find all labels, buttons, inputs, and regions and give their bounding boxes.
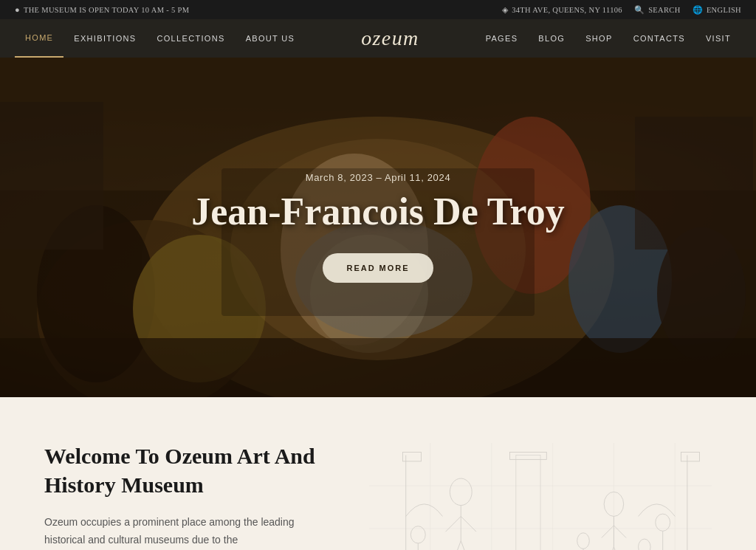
svg-point-49: [577, 533, 590, 549]
svg-line-32: [452, 541, 461, 550]
svg-line-39: [614, 547, 622, 550]
nav-item-pages[interactable]: PAGES: [475, 19, 529, 58]
svg-line-33: [461, 541, 470, 550]
nav-item-visit[interactable]: VISIT: [695, 19, 741, 58]
nav-item-contacts[interactable]: CONTACTS: [623, 19, 695, 58]
main-nav: HOME EXHIBITIONS COLLECTIONS ABOUT US oz…: [0, 19, 756, 58]
hero-title: Jean-Francois De Troy: [191, 190, 565, 233]
address-text: 34TH AVE, QUEENS, NY 11106: [512, 6, 622, 14]
top-bar: ● THE MUSEUM IS OPEN TODAY 10 AM - 5 PM …: [0, 0, 756, 19]
hero-section: March 8, 2023 – April 11, 2024 Jean-Fran…: [0, 58, 756, 397]
globe-icon: 🌐: [693, 5, 703, 15]
location-icon: ◈: [502, 5, 508, 15]
top-bar-right: ◈ 34TH AVE, QUEENS, NY 11106 🔍 SEARCH 🌐 …: [502, 5, 741, 15]
svg-rect-47: [403, 452, 422, 461]
hero-content: March 8, 2023 – April 11, 2024 Jean-Fran…: [191, 172, 565, 283]
svg-rect-48: [681, 452, 700, 461]
nav-item-collections[interactable]: COLLECTIONS: [146, 19, 235, 58]
search-label: SEARCH: [648, 6, 680, 14]
search-icon: 🔍: [634, 5, 645, 15]
clock-icon: ●: [15, 5, 20, 14]
svg-point-28: [450, 478, 472, 505]
language-item[interactable]: 🌐 ENGLISH: [693, 5, 741, 15]
nav-right: PAGES BLOG SHOP CONTACTS VISIT: [475, 19, 741, 58]
hero-date: March 8, 2023 – April 11, 2024: [191, 172, 565, 183]
svg-rect-25: [516, 456, 540, 550]
welcome-body: Ozeum occupies a prominent place among t…: [44, 514, 325, 549]
museum-hours: ● THE MUSEUM IS OPEN TODAY 10 AM - 5 PM: [15, 5, 189, 14]
nav-item-blog[interactable]: BLOG: [528, 19, 575, 58]
hero-cta-button[interactable]: READ MORE: [323, 253, 433, 283]
nav-item-shop[interactable]: SHOP: [575, 19, 622, 58]
nav-left: HOME EXHIBITIONS COLLECTIONS ABOUT US: [15, 19, 305, 58]
sketch-svg: [369, 441, 712, 550]
language-label: ENGLISH: [707, 6, 741, 14]
svg-point-51: [639, 539, 651, 550]
museum-hours-text: THE MUSEUM IS OPEN TODAY 10 AM - 5 PM: [24, 6, 189, 14]
top-bar-left: ● THE MUSEUM IS OPEN TODAY 10 AM - 5 PM: [15, 5, 189, 14]
svg-line-38: [605, 547, 614, 550]
svg-line-30: [446, 516, 461, 532]
svg-line-36: [602, 526, 614, 538]
nav-item-exhibitions[interactable]: EXHIBITIONS: [63, 19, 146, 58]
svg-line-31: [461, 516, 476, 532]
search-item[interactable]: 🔍 SEARCH: [634, 5, 681, 15]
nav-item-home[interactable]: HOME: [15, 19, 63, 58]
welcome-text-block: Welcome To Ozeum Art And History Museum …: [44, 441, 325, 550]
nav-item-about-us[interactable]: ABOUT US: [236, 19, 306, 58]
svg-rect-26: [510, 452, 547, 459]
welcome-sketch-image: [369, 441, 712, 550]
welcome-title: Welcome To Ozeum Art And History Museum: [44, 441, 325, 499]
svg-line-37: [614, 526, 626, 538]
welcome-section: Welcome To Ozeum Art And History Museum …: [0, 397, 756, 550]
site-logo[interactable]: ozeum: [346, 27, 434, 50]
address-item: ◈ 34TH AVE, QUEENS, NY 11106: [502, 5, 622, 15]
